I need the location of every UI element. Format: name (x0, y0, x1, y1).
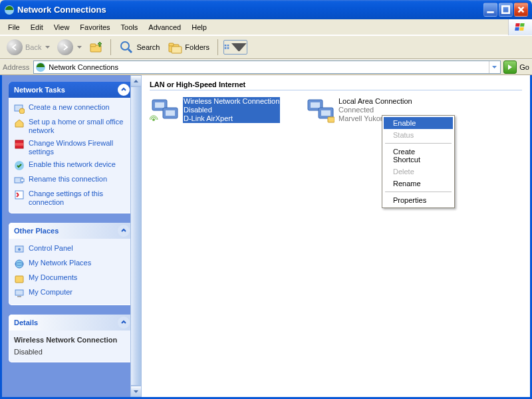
task-enable-device[interactable]: Enable this network device (14, 160, 130, 171)
svg-rect-2 (502, 6, 509, 13)
panel-header[interactable]: Network Tasks (9, 82, 135, 98)
collapse-button[interactable] (118, 84, 130, 96)
scroll-down-button[interactable] (130, 386, 142, 397)
context-menu: Enable Status Create Shortcut Delete Ren… (382, 115, 455, 208)
firewall-icon (14, 139, 25, 150)
svg-rect-36 (166, 110, 175, 116)
svg-rect-41 (321, 110, 331, 116)
menu-edit[interactable]: Edit (25, 21, 49, 33)
chevron-down-icon (45, 46, 50, 49)
connection-status: Connected (338, 106, 442, 114)
place-control-panel[interactable]: Control Panel (14, 244, 130, 255)
svg-point-9 (121, 42, 129, 50)
windows-logo-icon (508, 19, 532, 35)
address-field[interactable]: Network Connections (33, 61, 501, 74)
menu-help[interactable]: Help (186, 21, 212, 33)
svg-rect-13 (225, 45, 227, 47)
settings-icon (14, 190, 25, 200)
scroll-thumb[interactable] (130, 86, 142, 386)
minimize-button[interactable] (483, 3, 497, 17)
new-connection-icon (14, 103, 25, 114)
ctx-properties[interactable]: Properties (384, 194, 453, 206)
folders-button[interactable]: Folders (165, 38, 212, 57)
svg-rect-5 (515, 27, 519, 31)
task-create-new-connection[interactable]: Create a new connection (14, 103, 130, 114)
menu-view[interactable]: View (49, 21, 75, 33)
title-bar: Network Connections (0, 0, 532, 19)
group-header: LAN or High-Speed Internet (150, 80, 522, 90)
my-computer-icon (14, 288, 25, 299)
menu-advanced[interactable]: Advanced (143, 21, 186, 33)
chevron-up-icon (134, 80, 138, 82)
main-pane: LAN or High-Speed Internet Wireless Netw… (142, 75, 530, 397)
toolbar: Back Search Folders (0, 35, 532, 59)
panel-header[interactable]: Details (9, 315, 135, 331)
svg-rect-30 (15, 276, 23, 283)
task-change-settings[interactable]: Change settings of this connection (14, 190, 130, 207)
maximize-button[interactable] (499, 3, 513, 17)
chevron-down-icon (231, 43, 247, 52)
svg-rect-3 (515, 23, 520, 27)
separator (385, 192, 452, 192)
go-button[interactable] (503, 61, 517, 74)
svg-point-28 (15, 260, 23, 268)
go-label: Go (519, 63, 529, 71)
task-firewall-settings[interactable]: Change Windows Firewall settings (14, 139, 130, 156)
forward-button[interactable] (55, 37, 84, 57)
menu-file[interactable]: File (3, 21, 25, 33)
details-name: Wireless Network Connection (14, 336, 130, 344)
svg-rect-39 (311, 102, 320, 108)
place-my-documents[interactable]: My Documents (14, 273, 130, 284)
network-places-icon (14, 259, 25, 269)
folder-up-icon (88, 40, 103, 55)
panel-details: Details Wireless Network Connection Disa… (9, 315, 135, 362)
connection-wireless[interactable]: Wireless Network Connection Disabled D-L… (150, 97, 296, 124)
svg-point-37 (152, 118, 155, 121)
views-button[interactable] (223, 40, 247, 55)
svg-rect-1 (487, 11, 493, 13)
chevron-up-icon (120, 319, 127, 326)
place-my-computer[interactable]: My Computer (14, 288, 130, 299)
sidebar-scrollbar[interactable] (130, 75, 142, 397)
collapse-button[interactable] (118, 317, 130, 329)
svg-rect-11 (169, 43, 174, 46)
panel-network-tasks: Network Tasks Create a new connection Se… (9, 82, 135, 213)
svg-rect-25 (15, 191, 23, 199)
connection-name: Local Area Connection (338, 97, 442, 106)
svg-point-27 (18, 248, 21, 251)
ctx-enable[interactable]: Enable (384, 117, 453, 129)
back-button[interactable]: Back (4, 37, 53, 57)
panel-header[interactable]: Other Places (9, 223, 135, 239)
side-pane: Network Tasks Create a new connection Se… (2, 75, 142, 397)
task-setup-home-network[interactable]: Set up a home or small office network (14, 118, 130, 135)
ctx-create-shortcut[interactable]: Create Shortcut (384, 146, 453, 166)
my-documents-icon (14, 273, 25, 284)
svg-rect-16 (227, 47, 229, 49)
control-panel-icon (14, 244, 25, 255)
svg-rect-12 (172, 47, 182, 53)
search-button[interactable]: Search (116, 38, 162, 57)
svg-rect-32 (17, 296, 21, 297)
task-rename-connection[interactable]: Rename this connection (14, 175, 130, 186)
close-button[interactable] (514, 3, 528, 17)
chevron-up-icon (120, 86, 127, 93)
address-dropdown[interactable] (489, 61, 499, 73)
up-button[interactable] (86, 38, 105, 57)
scroll-up-button[interactable] (130, 75, 142, 86)
collapse-button[interactable] (118, 225, 130, 237)
chevron-up-icon (120, 227, 127, 234)
menu-favorites[interactable]: Favorites (74, 21, 115, 33)
place-network-places[interactable]: My Network Places (14, 259, 130, 269)
wireless-connection-icon (150, 97, 179, 124)
home-network-icon (14, 118, 25, 128)
address-value: Network Connections (49, 63, 118, 71)
menu-tools[interactable]: Tools (116, 21, 144, 33)
svg-point-19 (19, 108, 25, 114)
window-title: Network Connections (17, 5, 483, 15)
svg-rect-21 (15, 143, 23, 146)
lan-connection-icon (305, 97, 334, 124)
connection-name: Wireless Network Connection (183, 97, 280, 106)
connection-device: D-Link AirXpert (183, 114, 280, 123)
panel-other-places: Other Places Control Panel My Network Pl… (9, 223, 135, 305)
ctx-rename[interactable]: Rename (384, 178, 453, 190)
